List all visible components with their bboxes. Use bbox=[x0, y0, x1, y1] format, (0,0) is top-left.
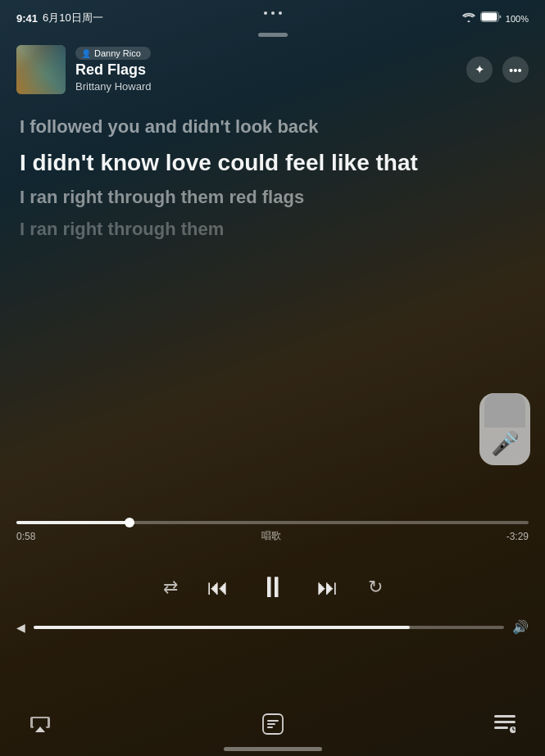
status-time: 9:41 bbox=[16, 12, 38, 25]
artist-badge: 👤 Danny Rico bbox=[75, 47, 151, 60]
svg-rect-3 bbox=[267, 720, 279, 722]
controls-section: ⇄ ⏮ ⏸ ⏭ ↻ bbox=[0, 570, 545, 604]
repeat-button[interactable]: ↻ bbox=[368, 577, 383, 598]
song-info-bar: 👤 Danny Rico Red Flags Brittany Howard ✦… bbox=[16, 45, 529, 94]
lyric-line-2: I didn't know love could feel like that bbox=[20, 147, 463, 179]
artist-badge-name: Danny Rico bbox=[94, 48, 141, 58]
wifi-icon bbox=[462, 12, 475, 25]
svg-rect-1 bbox=[481, 13, 497, 21]
next-button[interactable]: ⏭ bbox=[317, 575, 338, 600]
song-actions: ✦ ••• bbox=[466, 57, 529, 83]
airplay-button[interactable] bbox=[30, 715, 51, 738]
status-date: 6月10日周一 bbox=[43, 11, 103, 25]
volume-fill bbox=[34, 626, 410, 629]
queue-button[interactable] bbox=[494, 715, 515, 738]
status-bar: 9:41 6月10日周一 100% bbox=[0, 0, 545, 29]
lyrics-area: I followed you and didn't look back I di… bbox=[20, 115, 463, 249]
svg-rect-5 bbox=[267, 727, 273, 728]
prev-button[interactable]: ⏮ bbox=[207, 575, 229, 600]
star-button[interactable]: ✦ bbox=[466, 57, 493, 83]
album-art-image bbox=[16, 45, 66, 94]
svg-rect-4 bbox=[267, 723, 275, 725]
song-artist: Brittany Howard bbox=[75, 80, 151, 93]
svg-rect-6 bbox=[494, 715, 515, 718]
mic-top bbox=[484, 393, 525, 428]
background-overlay bbox=[0, 0, 545, 756]
svg-rect-7 bbox=[494, 721, 515, 723]
mic-button[interactable]: 🎤 bbox=[479, 393, 530, 465]
progress-labels: 0:58 唱歌 -3:29 bbox=[16, 529, 529, 543]
progress-section: 0:58 唱歌 -3:29 bbox=[0, 521, 545, 543]
more-icon: ••• bbox=[509, 63, 522, 77]
lyric-line-3: I ran right through them red flags bbox=[20, 185, 463, 211]
progress-fill bbox=[16, 521, 129, 524]
progress-current: 0:58 bbox=[16, 531, 35, 542]
progress-thumb bbox=[125, 518, 134, 527]
more-button[interactable]: ••• bbox=[502, 57, 529, 83]
person-icon: 👤 bbox=[81, 49, 91, 58]
svg-rect-8 bbox=[494, 727, 508, 729]
star-icon: ✦ bbox=[475, 62, 485, 77]
drag-handle[interactable] bbox=[258, 33, 288, 37]
volume-max-icon: 🔊 bbox=[512, 619, 529, 635]
battery-percent: 100% bbox=[506, 14, 529, 24]
mic-icon: 🎤 bbox=[491, 430, 520, 457]
song-title: Red Flags bbox=[75, 61, 151, 79]
lyric-line-1: I followed you and didn't look back bbox=[20, 115, 463, 140]
status-icons: 100% bbox=[462, 11, 529, 25]
song-info-left: 👤 Danny Rico Red Flags Brittany Howard bbox=[16, 45, 151, 94]
shuffle-button[interactable]: ⇄ bbox=[163, 577, 178, 598]
album-art bbox=[16, 45, 66, 94]
volume-section: ◀ 🔊 bbox=[16, 619, 529, 635]
lyric-line-4: I ran right through them bbox=[20, 217, 463, 242]
volume-bar[interactable] bbox=[34, 626, 504, 629]
screen: 9:41 6月10日周一 100% bbox=[0, 0, 545, 756]
progress-bar[interactable] bbox=[16, 521, 529, 524]
lyrics-button[interactable] bbox=[262, 713, 284, 740]
song-text: 👤 Danny Rico Red Flags Brittany Howard bbox=[75, 47, 151, 93]
volume-min-icon: ◀ bbox=[16, 621, 25, 634]
bottom-bar bbox=[0, 713, 545, 740]
battery-icon: 100% bbox=[480, 11, 529, 25]
progress-label: 唱歌 bbox=[261, 529, 281, 543]
top-dots bbox=[264, 11, 282, 15]
play-pause-button[interactable]: ⏸ bbox=[258, 570, 288, 604]
progress-remaining: -3:29 bbox=[506, 531, 529, 542]
home-indicator bbox=[224, 747, 322, 751]
